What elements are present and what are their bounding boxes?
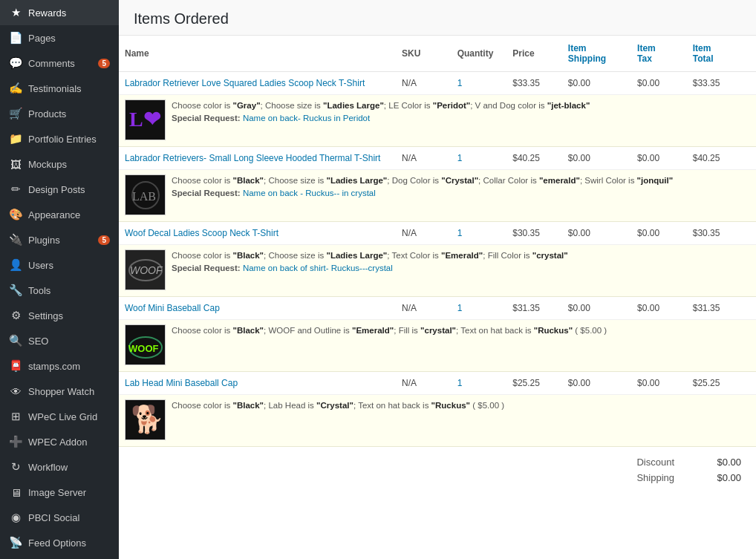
seo-icon: 🔍 — [9, 334, 22, 347]
sidebar-label-image-server: Image Server — [28, 487, 110, 498]
sidebar-item-portfolio-entries[interactable]: 📁 Portfolio Entries — [0, 126, 119, 151]
svg-text:L❤: L❤ — [129, 108, 161, 131]
item-detail-row: L❤ Choose color is "Gray"; Choose size i… — [119, 95, 756, 147]
feed-options-icon: 📡 — [9, 536, 22, 549]
shipping-row: Shipping $0.00 — [134, 470, 741, 486]
item-name-link-2[interactable]: Labrador Retrievers- Small Long Sleeve H… — [125, 153, 380, 163]
item-qty-5: 1 — [452, 372, 507, 395]
item-image-1: L❤ — [125, 99, 166, 140]
sidebar-item-pbci-social[interactable]: ◉ PBCI Social — [0, 505, 119, 530]
sidebar-item-mockups[interactable]: 🖼 Mockups — [0, 151, 119, 177]
item-detail-row: WOOF Choose color is "Black"; WOOF and O… — [119, 320, 756, 372]
sidebar-item-pages[interactable]: 📄 Pages — [0, 25, 119, 50]
design-posts-icon: ✏ — [9, 183, 22, 196]
sidebar-label-users: Users — [28, 260, 110, 271]
item-qty-2: 1 — [452, 147, 507, 170]
sidebar-item-tools[interactable]: 🔧 Tools — [0, 278, 119, 303]
svg-text:LAB: LAB — [132, 190, 156, 203]
sidebar: ★ Rewards 📄 Pages 💬 Comments 5 ✍ Testimo… — [0, 0, 119, 559]
sidebar-item-feed-options[interactable]: 📡 Feed Options — [0, 530, 119, 555]
item-image-5: 🐕 — [125, 399, 166, 440]
sidebar-item-wpec-live-grid[interactable]: ⊞ WPeC Live Grid — [0, 404, 119, 429]
sidebar-item-image-server[interactable]: 🖥 Image Server — [0, 480, 119, 505]
item-detail-cell-2: LAB Choose color is "Black"; Choose size… — [119, 170, 756, 222]
plugins-badge: 5 — [98, 235, 110, 245]
sidebar-item-wpec-addon[interactable]: ➕ WPEC Addon — [0, 429, 119, 454]
item-detail-cell-3: WOOF Choose color is "Black"; Choose siz… — [119, 245, 756, 297]
item-tax-5: $0.00 — [631, 372, 687, 395]
table-header-row: Name SKU Quantity Price ItemShipping Ite… — [119, 36, 756, 72]
th-item-shipping: ItemShipping — [562, 36, 631, 72]
th-price: Price — [506, 36, 562, 72]
item-name-link-1[interactable]: Labrador Retriever Love Squared Ladies S… — [125, 78, 365, 88]
sidebar-label-pbci-social: PBCI Social — [28, 512, 110, 523]
sidebar-item-testimonials[interactable]: ✍ Testimonials — [0, 76, 119, 101]
svg-text:WOOF: WOOF — [130, 264, 163, 276]
item-price-2: $40.25 — [506, 147, 562, 170]
th-item-tax: ItemTax — [631, 36, 687, 72]
appearance-icon: 🎨 — [9, 208, 22, 221]
item-price-5: $25.25 — [506, 372, 562, 395]
page-title: Items Ordered — [134, 10, 741, 27]
sidebar-label-settings: Settings — [28, 310, 110, 321]
sidebar-item-appearance[interactable]: 🎨 Appearance — [0, 202, 119, 227]
item-price-4: $31.35 — [506, 297, 562, 320]
sidebar-item-shopper-watch[interactable]: 👁 Shopper Watch — [0, 379, 119, 404]
sidebar-item-stamps[interactable]: 📮 stamps.com — [0, 353, 119, 379]
sidebar-label-rewards: Rewards — [28, 7, 110, 19]
sidebar-label-wpec-addon: WPEC Addon — [28, 437, 110, 448]
sidebar-item-plugins[interactable]: 🔌 Plugins 5 — [0, 227, 119, 252]
sidebar-label-stamps: stamps.com — [28, 361, 110, 372]
table-row: Labrador Retrievers- Small Long Sleeve H… — [119, 147, 756, 170]
item-name-cell-1: Labrador Retriever Love Squared Ladies S… — [119, 72, 396, 95]
detail-content-5: 🐕 Choose color is "Black"; Lab Head is "… — [125, 399, 750, 440]
item-name-link-3[interactable]: Woof Decal Ladies Scoop Neck T-Shirt — [125, 228, 278, 238]
sidebar-item-workflow[interactable]: ↻ Workflow — [0, 454, 119, 480]
sidebar-item-seo[interactable]: 🔍 SEO — [0, 328, 119, 353]
sidebar-label-seo: SEO — [28, 336, 110, 347]
detail-content-4: WOOF Choose color is "Black"; WOOF and O… — [125, 324, 750, 365]
wpec-addon-icon: ➕ — [9, 435, 22, 448]
discount-value: $0.00 — [682, 457, 741, 468]
sidebar-item-settings[interactable]: ⚙ Settings — [0, 303, 119, 328]
th-item-total: ItemTotal — [687, 36, 756, 72]
item-tax-4: $0.00 — [631, 297, 687, 320]
item-price-3: $30.35 — [506, 222, 562, 245]
discount-row: Discount $0.00 — [134, 454, 741, 470]
pbci-social-icon: ◉ — [9, 511, 22, 524]
sidebar-label-comments: Comments — [28, 58, 89, 69]
page-header: Items Ordered — [119, 0, 756, 36]
sidebar-item-users[interactable]: 👤 Users — [0, 252, 119, 278]
rewards-icon: ★ — [9, 6, 22, 19]
item-sku-3: N/A — [396, 222, 452, 245]
sidebar-label-testimonials: Testimonials — [28, 83, 110, 94]
item-detail-row: WOOF Choose color is "Black"; Choose siz… — [119, 245, 756, 297]
item-name-link-5[interactable]: Lab Head Mini Baseball Cap — [125, 378, 238, 388]
item-detail-cell-1: L❤ Choose color is "Gray"; Choose size i… — [119, 95, 756, 147]
item-shipping-2: $0.00 — [562, 147, 631, 170]
sidebar-label-design-posts: Design Posts — [28, 184, 110, 195]
plugins-icon: 🔌 — [9, 233, 22, 246]
sidebar-item-design-posts[interactable]: ✏ Design Posts — [0, 177, 119, 202]
sidebar-item-comments[interactable]: 💬 Comments 5 — [0, 50, 119, 76]
detail-content-2: LAB Choose color is "Black"; Choose size… — [125, 174, 750, 215]
item-name-cell-3: Woof Decal Ladies Scoop Neck T-Shirt — [119, 222, 396, 245]
tools-icon: 🔧 — [9, 284, 22, 297]
table-row: Lab Head Mini Baseball Cap N/A 1 $25.25 … — [119, 372, 756, 395]
item-total-1: $33.35 — [687, 72, 756, 95]
workflow-icon: ↻ — [9, 460, 22, 474]
totals-section: Discount $0.00 Shipping $0.00 — [119, 447, 756, 493]
sidebar-item-rewards[interactable]: ★ Rewards — [0, 0, 119, 25]
item-detail-row: LAB Choose color is "Black"; Choose size… — [119, 170, 756, 222]
sidebar-item-products[interactable]: 🛒 Products — [0, 101, 119, 126]
products-icon: 🛒 — [9, 107, 22, 120]
item-tax-3: $0.00 — [631, 222, 687, 245]
item-name-cell-5: Lab Head Mini Baseball Cap — [119, 372, 396, 395]
sidebar-label-wpec-live-grid: WPeC Live Grid — [28, 411, 110, 422]
item-name-link-4[interactable]: Woof Mini Baseball Cap — [125, 303, 220, 313]
th-sku: SKU — [396, 36, 452, 72]
item-detail-cell-5: 🐕 Choose color is "Black"; Lab Head is "… — [119, 395, 756, 447]
item-total-3: $30.35 — [687, 222, 756, 245]
settings-icon: ⚙ — [9, 309, 22, 322]
detail-text-1: Choose color is "Gray"; Choose size is "… — [172, 99, 590, 125]
